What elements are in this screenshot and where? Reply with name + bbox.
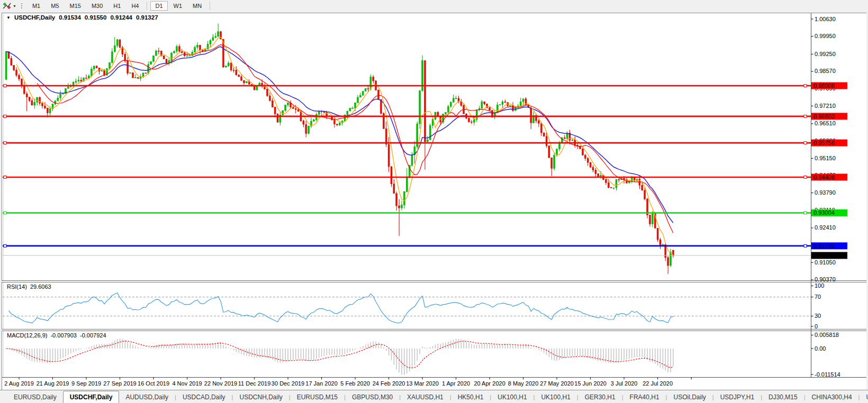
- timeframe-button-d1[interactable]: D1: [150, 1, 167, 11]
- time-tick-label: 20 Apr 2020: [474, 380, 505, 387]
- time-tick-label: 1 Apr 2020: [442, 380, 470, 387]
- toolbar-separator: [210, 2, 210, 10]
- timeframe-button-m30[interactable]: M30: [87, 1, 107, 11]
- tab-audusd-daily[interactable]: AUDUSD,Daily: [119, 391, 175, 403]
- tab-usdchf-daily[interactable]: USDCHF,Daily: [63, 391, 120, 403]
- time-tick-label: 15 Jun 2020: [574, 380, 607, 387]
- timeframe-button-mn[interactable]: MN: [188, 1, 206, 11]
- top-toolbar: ▼ M1M5M15M30H1H4D1W1MN: [0, 0, 868, 12]
- chart-tabbar: EURUSD,DailyUSDCHF,DailyAUDUSD,Daily|USD…: [0, 390, 868, 403]
- tab-dj30-m15[interactable]: DJ30,M15: [762, 391, 804, 403]
- chart-menu-icon[interactable]: ▼: [6, 15, 11, 20]
- chart-background: [2, 13, 866, 390]
- time-tick-label: 5 Feb 2020: [340, 380, 370, 387]
- price-tick-label: 1.00630: [815, 16, 836, 22]
- price-tick-label: 0.97210: [815, 103, 836, 109]
- svg-text:0.96803: 0.96803: [813, 113, 835, 120]
- price-label-0.93004: 0.93004: [811, 209, 847, 216]
- ohlc-low: 0.91244: [110, 14, 132, 21]
- macd-tick-label: 0.005818: [815, 332, 839, 338]
- time-tick-label: 3 Jul 2020: [611, 380, 638, 387]
- timeframe-button-m1[interactable]: M1: [28, 1, 45, 11]
- time-tick-label: 13 Mar 2020: [406, 380, 439, 387]
- rsi-tick-label: 0: [815, 323, 818, 329]
- time-tick-label: 2 Aug 2019: [4, 380, 34, 387]
- tab-gbpusd-m30[interactable]: GBPUSD,M30: [346, 391, 399, 403]
- svg-text:0.91327: 0.91327: [813, 252, 835, 259]
- time-tick-label: 17 Jan 2020: [305, 380, 338, 387]
- svg-text:0.91705: 0.91705: [813, 243, 835, 249]
- macd-name: MACD(12,26,9): [7, 332, 47, 338]
- time-tick-label: 27 May 2020: [540, 380, 574, 387]
- tab-fra40-h1[interactable]: FRA40,H1: [623, 391, 666, 403]
- ohlc-high: 0.91550: [85, 14, 107, 21]
- tab-usoil-daily[interactable]: USOil,Daily: [667, 391, 712, 403]
- chevron-down-icon[interactable]: ▼: [13, 4, 16, 8]
- price-label-0.91705: 0.91705: [811, 242, 847, 249]
- tab-eurusd-m15[interactable]: EURUSD,M15: [291, 391, 344, 403]
- timeframe-button-m15[interactable]: M15: [65, 1, 86, 11]
- time-tick-label: 22 Nov 2019: [204, 380, 237, 387]
- chart-symbol-period: USDCHF,Daily: [14, 14, 55, 21]
- price-label-0.98008: 0.98008: [811, 82, 847, 89]
- tab-usdcad-daily[interactable]: USDCAD,Daily: [176, 391, 232, 403]
- svg-text:0.94408: 0.94408: [813, 174, 835, 180]
- time-tick-label: 27 Sep 2019: [103, 380, 136, 387]
- price-tick-label: 0.99250: [815, 51, 836, 57]
- time-tick-label: 11 Dec 2019: [238, 380, 271, 387]
- rsi-tick-label: 70: [815, 294, 821, 300]
- price-tick-label: 0.91050: [815, 259, 836, 265]
- chart-canvas: 1.006300.999500.992500.985700.978900.972…: [0, 0, 868, 403]
- macd-tick-label: -0.011514: [815, 371, 840, 378]
- price-tick-label: 0.90370: [815, 276, 836, 282]
- timeframe-button-w1[interactable]: W1: [169, 1, 187, 11]
- rsi-name: RSI(14): [7, 283, 27, 290]
- tab-eurusd-daily[interactable]: EURUSD,Daily: [7, 391, 63, 403]
- tab-hk50-h1[interactable]: HK50,H1: [451, 391, 490, 403]
- time-tick-label: 30 Dec 2019: [272, 380, 304, 387]
- tab-usoil-h4[interactable]: USOil,H4: [860, 391, 868, 403]
- tab-usdcnh-daily[interactable]: USDCNH,Daily: [233, 391, 288, 403]
- time-tick-label: 8 May 2020: [508, 380, 538, 387]
- timeframe-button-h1[interactable]: H1: [108, 1, 125, 11]
- price-label-0.94408: 0.94408: [811, 173, 847, 180]
- time-tick-label: 24 Feb 2020: [373, 380, 405, 387]
- tab-china300-h4[interactable]: CHINA300,H4: [806, 391, 858, 403]
- time-tick-label: 21 Aug 2019: [37, 380, 69, 387]
- svg-text:0.95758: 0.95758: [813, 140, 835, 146]
- toolbar-separator: [147, 2, 147, 10]
- price-label-0.96803: 0.96803: [811, 113, 847, 120]
- timeframe-button-m5[interactable]: M5: [46, 1, 64, 11]
- time-tick-label: 22 Jul 2020: [643, 380, 673, 387]
- time-tick-label: 4 Nov 2019: [172, 380, 202, 387]
- chart-tool-icon[interactable]: [2, 2, 12, 10]
- rsi-tick-label: 100: [815, 282, 824, 289]
- timeframe-toolbar: M1M5M15M30H1H4D1W1MN: [27, 0, 213, 12]
- toolbar-grip[interactable]: [21, 2, 23, 10]
- price-tick-label: 0.96510: [815, 120, 836, 126]
- price-tick-label: 0.93790: [815, 189, 836, 196]
- rsi-indicator-label: RSI(14) 29.6063: [7, 283, 51, 290]
- rsi-value: 29.6063: [30, 283, 51, 290]
- price-tick-label: 0.95150: [815, 155, 836, 161]
- ohlc-open: 0.91534: [59, 14, 81, 21]
- rsi-tick-label: 30: [815, 313, 821, 319]
- price-tick-label: 0.98570: [815, 68, 836, 74]
- macd-tick-label: 0.00: [815, 345, 826, 352]
- tab-uk100-h1[interactable]: UK100,H1: [535, 391, 576, 403]
- chart-title: ▼ USDCHF,Daily 0.91534 0.91550 0.91244 0…: [6, 14, 158, 21]
- time-tick-label: 16 Oct 2019: [138, 380, 169, 387]
- svg-text:0.98008: 0.98008: [813, 83, 835, 89]
- tab-uk100-h1[interactable]: UK100,H1: [491, 391, 533, 403]
- price-tick-label: 0.99950: [815, 33, 836, 39]
- macd-main-value: -0.007903: [50, 332, 77, 338]
- tab-xauusd-h1[interactable]: XAUUSD,H1: [401, 391, 450, 403]
- current-price-label: 0.91327: [811, 252, 847, 259]
- price-label-0.95758: 0.95758: [811, 140, 847, 146]
- tab-ger30-h1[interactable]: GER30,H1: [578, 391, 622, 403]
- ohlc-close: 0.91327: [136, 14, 158, 21]
- tab-usdjpy-h1[interactable]: USDJPY,H1: [714, 391, 761, 403]
- macd-indicator-label: MACD(12,26,9) -0.007903 -0.007924: [7, 332, 106, 338]
- timeframe-button-h4[interactable]: H4: [126, 1, 143, 11]
- price-tick-label: 0.92410: [815, 224, 836, 231]
